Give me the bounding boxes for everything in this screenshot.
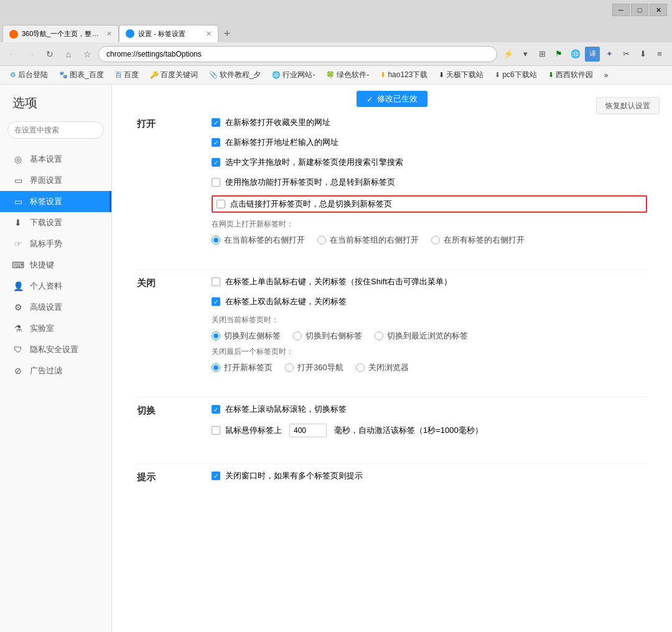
new-tab-button[interactable]: + xyxy=(218,25,236,42)
nav-advanced[interactable]: ⚙ 高级设置 xyxy=(0,297,111,318)
nav-download[interactable]: ⬇ 下载设置 xyxy=(0,212,111,233)
bookmark-button[interactable]: ☆ xyxy=(80,47,95,62)
grid-icon[interactable]: ⊞ xyxy=(534,47,549,62)
open-opt2-label: 在新标签打开地址栏输入的网址 xyxy=(225,137,338,148)
open-sub-label: 在网页上打开新标签时： xyxy=(212,219,647,230)
bm-pc6[interactable]: ⬇ pc6下载站 xyxy=(490,68,541,81)
radio-last-3[interactable]: 关闭浏览器 xyxy=(356,362,409,373)
open-opt1-checkbox[interactable] xyxy=(212,118,220,127)
close-opt1-checkbox[interactable] xyxy=(212,277,220,286)
radio-last-2-btn[interactable] xyxy=(285,363,294,372)
forward-button[interactable]: → xyxy=(24,47,39,62)
bm-industry[interactable]: 🌐 行业网站- xyxy=(267,68,320,81)
tab-2-close[interactable]: ✕ xyxy=(206,30,212,38)
advanced-icon: ⚙ xyxy=(12,302,24,313)
radio-last-1[interactable]: 打开新标签页 xyxy=(212,362,273,373)
minimize-button[interactable]: ─ xyxy=(612,4,630,16)
bm-baidu-chart[interactable]: 🐾 图表_百度 xyxy=(54,68,109,81)
bm-industry-label: 行业网站- xyxy=(282,70,315,80)
radio-open-1-btn[interactable] xyxy=(212,236,220,244)
radio-close-2[interactable]: 切换到右侧标签 xyxy=(293,330,362,342)
nav-privacy[interactable]: 🛡 隐私安全设置 xyxy=(0,339,111,360)
bm-tianji[interactable]: ⬇ 天极下载站 xyxy=(434,68,488,81)
bm-baidu-kw-label: 百度关键词 xyxy=(161,70,198,80)
nav-tabs[interactable]: ▭ 标签设置 xyxy=(0,191,111,212)
close-section: 关闭 在标签上单击鼠标右键，关闭标签（按住Shift右击可弹出菜单） 在标签上双… xyxy=(137,275,647,378)
bm-tutorial[interactable]: 📎 软件教程_夕 xyxy=(204,68,266,81)
close-opt2-checkbox[interactable] xyxy=(212,297,220,306)
scissors-icon[interactable]: ✂ xyxy=(618,47,633,62)
lightning-icon[interactable]: ⚡ xyxy=(501,47,516,62)
open-opt5-label: 点击链接打开标签页时，总是切换到新标签页 xyxy=(230,198,392,210)
maximize-button[interactable]: □ xyxy=(631,4,648,16)
gear-icon[interactable]: ✦ xyxy=(602,47,617,62)
download-icon[interactable]: ⬇ xyxy=(635,47,650,62)
dropdown-icon[interactable]: ▾ xyxy=(518,47,533,62)
radio-open-1[interactable]: 在当前标签的右侧打开 xyxy=(212,235,305,246)
refresh-button[interactable]: ↻ xyxy=(42,47,57,62)
bm-baidu[interactable]: 百 百度 xyxy=(110,68,144,81)
nav-adblock[interactable]: ⊘ 广告过滤 xyxy=(0,360,111,381)
restore-defaults-button[interactable]: 恢复默认设置 xyxy=(596,97,660,114)
open-opt4-checkbox[interactable] xyxy=(212,178,220,187)
address-input[interactable] xyxy=(98,46,497,62)
bm-login-label: 后台登陆 xyxy=(18,70,48,80)
tab-1[interactable]: 360导航_一个主页，整个世界 ✕ xyxy=(2,25,119,42)
title-bar-controls[interactable]: ─ □ ✕ xyxy=(612,4,667,16)
radio-close-3-btn[interactable] xyxy=(375,332,383,340)
tab-1-close[interactable]: ✕ xyxy=(106,30,112,38)
switch-opt1-checkbox[interactable] xyxy=(212,405,220,414)
hint-opt1-checkbox[interactable] xyxy=(212,472,220,480)
bm-xixi[interactable]: ⬇ 西西软件园 xyxy=(543,68,598,81)
menu-icon[interactable]: ≡ xyxy=(652,47,667,62)
open-opt5-row: 点击链接打开标签页时，总是切换到新标签页 xyxy=(212,195,647,213)
nav-profile[interactable]: 👤 个人资料 xyxy=(0,276,111,297)
radio-close-2-btn[interactable] xyxy=(293,332,302,340)
radio-open-2-btn[interactable] xyxy=(317,236,326,244)
close-section-title: 关闭 xyxy=(137,277,156,288)
radio-last-3-btn[interactable] xyxy=(356,363,365,372)
home-button[interactable]: ⌂ xyxy=(61,47,76,62)
translate-icon[interactable]: 译 xyxy=(585,47,600,62)
nav-mouse[interactable]: ☞ 鼠标手势 xyxy=(0,233,111,254)
tab-2[interactable]: 设置 - 标签设置 ✕ xyxy=(119,25,218,42)
main-container: 选项 ◎ 基本设置 ▭ 界面设置 ▭ 标签设置 ⬇ 下载设置 ☞ 鼠标手势 ⌨ … xyxy=(0,85,672,632)
radio-close-1-btn[interactable] xyxy=(212,332,220,340)
radio-close-1[interactable]: 切换到左侧标签 xyxy=(212,330,281,342)
close-button[interactable]: ✕ xyxy=(650,4,667,16)
nav-lab[interactable]: ⚗ 实验室 xyxy=(0,318,111,339)
nav-shortcut[interactable]: ⌨ 快捷键 xyxy=(0,254,111,276)
nav-basic[interactable]: ◎ 基本设置 xyxy=(0,149,111,170)
bm-baidu-kw[interactable]: 🔑 百度关键词 xyxy=(145,68,203,81)
radio-open-3[interactable]: 在所有标签的右侧打开 xyxy=(431,235,525,246)
hint-opt1-label: 关闭窗口时，如果有多个标签页则提示 xyxy=(225,470,363,481)
open-opt3-checkbox[interactable] xyxy=(212,158,220,167)
nav-ui[interactable]: ▭ 界面设置 xyxy=(0,170,111,191)
open-opt5-checkbox[interactable] xyxy=(217,200,225,208)
switch-hover-checkbox[interactable] xyxy=(212,426,220,435)
bm-green[interactable]: 🍀 绿色软件- xyxy=(321,68,374,81)
nav-mouse-label: 鼠标手势 xyxy=(30,238,62,249)
radio-last-1-btn[interactable] xyxy=(212,363,220,372)
radio-close-3[interactable]: 切换到最近浏览的标签 xyxy=(375,330,468,342)
radio-open-2[interactable]: 在当前标签组的右侧打开 xyxy=(317,235,419,246)
close-last-radio-group: 打开新标签页 打开360导航 关闭浏览器 xyxy=(212,362,647,373)
globe-icon[interactable]: 🌐 xyxy=(568,47,583,62)
radio-last-2[interactable]: 打开360导航 xyxy=(285,362,343,373)
bm-hao123[interactable]: ⬇ hao123下载 xyxy=(375,68,432,81)
close-current-label: 关闭当前标签页时： xyxy=(212,315,647,325)
shortcut-icon: ⌨ xyxy=(12,259,24,271)
open-opt2-checkbox[interactable] xyxy=(212,138,220,147)
back-button[interactable]: ← xyxy=(5,47,20,62)
flag-icon[interactable]: ⚑ xyxy=(551,47,566,62)
radio-open-3-btn[interactable] xyxy=(431,236,440,244)
close-opt1-label: 在标签上单击鼠标右键，关闭标签（按住Shift右击可弹出菜单） xyxy=(225,276,452,287)
bm-more[interactable]: » xyxy=(599,70,614,81)
search-input[interactable] xyxy=(7,121,104,139)
bm-login[interactable]: ⚙ 后台登陆 xyxy=(5,68,53,81)
mouse-icon: ☞ xyxy=(12,238,24,249)
download-nav-icon: ⬇ xyxy=(12,217,24,228)
switch-hover-input[interactable] xyxy=(289,424,327,437)
nav-profile-label: 个人资料 xyxy=(30,281,62,292)
close-opt1-row: 在标签上单击鼠标右键，关闭标签（按住Shift右击可弹出菜单） xyxy=(212,275,647,289)
